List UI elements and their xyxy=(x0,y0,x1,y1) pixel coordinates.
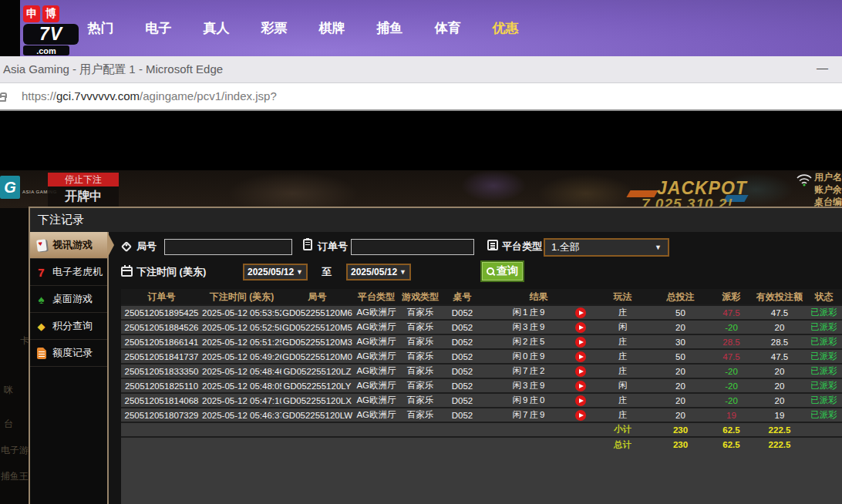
query-button[interactable]: 查询 xyxy=(480,260,524,282)
cell-platform: AG欧洲厅 xyxy=(353,334,399,349)
platform-type-select[interactable]: 1.全部 ▼ xyxy=(544,238,669,257)
sidebar-item-credit-records[interactable]: 额度记录 xyxy=(30,340,107,367)
play-icon[interactable] xyxy=(575,366,586,377)
nav-item-live[interactable]: 真人 xyxy=(187,0,245,56)
cell-order: 250512051814068 xyxy=(121,393,202,408)
sidebar-item-slot-machines[interactable]: 7 电子老虎机 xyxy=(30,259,107,286)
table-row: 250512051833350 2025-05-12 05:48:46 GD05… xyxy=(121,364,842,378)
cell-status: 已派彩 xyxy=(806,364,842,378)
cell-bet: 20 xyxy=(652,408,709,422)
header-time: 下注时间 (美东) xyxy=(202,289,281,305)
sidebar-item-label: 桌面游戏 xyxy=(52,292,93,306)
cell-payout: -20 xyxy=(709,320,753,334)
header-bet: 总投注 xyxy=(652,289,709,305)
subtotal-bet: 230 xyxy=(652,422,709,437)
cell-status: 已派彩 xyxy=(806,334,842,349)
cell-status: 已派彩 xyxy=(806,393,842,408)
screen: 申 博 7V .com 热门 电子 真人 彩票 棋牌 捕鱼 体育 优惠 Asia… xyxy=(0,0,842,504)
panel-title: 下注记录 xyxy=(30,208,842,232)
cell-platform: AG欧洲厅 xyxy=(353,305,399,320)
round-number-input[interactable] xyxy=(164,239,292,255)
table-row: 250512051884526 2025-05-12 05:52:58 GD05… xyxy=(121,320,842,334)
table-header-row: 订单号 下注时间 (美东) 局号 平台类型 游戏类型 桌号 结果 玩法 总投注 … xyxy=(121,289,842,305)
date-to-select[interactable]: 2025/05/12 ▼ xyxy=(346,264,411,281)
order-number-input[interactable] xyxy=(351,239,474,255)
to-label: 至 xyxy=(322,264,332,281)
logo-suffix: .com xyxy=(23,45,69,55)
play-icon[interactable] xyxy=(575,381,586,391)
cell-game: 百家乐 xyxy=(399,334,441,349)
cell-play: 庄 xyxy=(594,393,652,408)
address-bar[interactable]: https://gci.7vvvvvv.com/agingame/pcv1/in… xyxy=(0,83,842,111)
cell-valid: 47.5 xyxy=(753,305,806,320)
date-from-select[interactable]: 2025/05/12 ▼ xyxy=(243,264,308,281)
window-title: Asia Gaming - 用户配置 1 - Microsoft Edge xyxy=(3,56,223,82)
cell-result: 闲2庄5 xyxy=(483,334,594,349)
user-info-labels: 用户名称 账户余额 桌台编号 xyxy=(814,171,842,208)
cell-status: 已派彩 xyxy=(806,305,842,320)
nav-item-hot[interactable]: 热门 xyxy=(72,0,130,56)
nav-item-cards[interactable]: 棋牌 xyxy=(303,0,361,56)
logo-main: 7V xyxy=(23,24,79,45)
header-order: 订单号 xyxy=(121,289,202,305)
cell-game: 百家乐 xyxy=(399,305,441,320)
nav-item-lottery[interactable]: 彩票 xyxy=(245,0,303,56)
cell-time: 2025-05-12 05:46:37 xyxy=(202,408,281,422)
header-round: 局号 xyxy=(281,289,353,305)
minimize-button[interactable]: — xyxy=(817,56,828,79)
cell-time: 2025-05-12 05:53:52 xyxy=(202,305,281,320)
nav-item-promos[interactable]: 优惠 xyxy=(477,0,534,56)
cell-result: 闲3庄9 xyxy=(483,378,594,393)
sidebar-item-label: 视讯游戏 xyxy=(52,238,93,252)
site-nav: 申 博 7V .com 热门 电子 真人 彩票 棋牌 捕鱼 体育 优惠 xyxy=(0,0,842,56)
cell-payout: 47.5 xyxy=(709,305,753,320)
cell-time: 2025-05-12 05:51:25 xyxy=(202,334,281,349)
header-result: 结果 xyxy=(483,289,594,305)
table-area: 订单号 下注时间 (美东) 局号 平台类型 游戏类型 桌号 结果 玩法 总投注 … xyxy=(121,289,842,504)
cell-time: 2025-05-12 05:48:05 xyxy=(202,378,281,393)
cell-play: 庄 xyxy=(594,305,652,320)
cell-bet: 20 xyxy=(652,364,709,378)
cell-time: 2025-05-12 05:48:46 xyxy=(202,364,281,378)
total-row: 总计 230 62.5 222.5 xyxy=(121,437,842,452)
total-label: 总计 xyxy=(594,437,652,452)
nav-item-sports[interactable]: 体育 xyxy=(419,0,477,56)
play-icon[interactable] xyxy=(575,337,586,348)
panel-sidebar: ♥ 视讯游戏 7 电子老虎机 ♠ 桌面游戏 ◆ 积分查询 额度记录 xyxy=(30,232,109,504)
platform-type-label: 平台类型 xyxy=(502,238,542,255)
sidebar-item-video-games[interactable]: ♥ 视讯游戏 xyxy=(30,232,107,259)
play-icon[interactable] xyxy=(575,322,586,333)
nav-item-fishing[interactable]: 捕鱼 xyxy=(361,0,419,56)
play-icon[interactable] xyxy=(575,395,586,406)
logo-badge-shen: 申 xyxy=(23,5,40,22)
cell-valid: 20 xyxy=(753,378,806,393)
header-play: 玩法 xyxy=(594,289,652,305)
cell-bet: 30 xyxy=(652,334,709,349)
cell-table: D052 xyxy=(441,305,483,320)
diamond-icon: ◆ xyxy=(35,320,48,333)
sidebar-item-points-query[interactable]: ◆ 积分查询 xyxy=(30,313,107,340)
document-icon xyxy=(35,347,48,360)
black-gap xyxy=(0,111,842,170)
cell-platform: AG欧洲厅 xyxy=(353,349,399,364)
sidebar-item-table-games[interactable]: ♠ 桌面游戏 xyxy=(30,286,107,313)
cell-result: 闲3庄9 xyxy=(483,320,594,334)
table-row: 250512051814068 2025-05-12 05:47:10 GD05… xyxy=(121,393,842,408)
total-bet: 230 xyxy=(652,437,709,452)
url-text: https://gci.7vvvvvv.com/agingame/pcv1/in… xyxy=(22,83,277,109)
bg-dim-text: 捕鱼王 xyxy=(1,470,29,483)
cell-payout: 28.5 xyxy=(709,334,753,349)
table-row: 250512051866141 2025-05-12 05:51:25 GD05… xyxy=(121,334,842,349)
play-icon[interactable] xyxy=(575,307,586,318)
ag-logo-letter: G xyxy=(0,176,20,199)
table-row: 250512051807329 2025-05-12 05:46:37 GD05… xyxy=(121,408,842,422)
date-from-value: 2025/05/12 xyxy=(248,267,294,277)
play-icon[interactable] xyxy=(575,351,586,362)
cell-status: 已派彩 xyxy=(806,349,842,364)
cell-play: 闲 xyxy=(594,378,652,393)
cell-play: 庄 xyxy=(594,364,652,378)
play-icon[interactable] xyxy=(575,410,586,421)
cell-bet: 20 xyxy=(652,320,709,334)
nav-item-slots[interactable]: 电子 xyxy=(130,0,187,56)
dealing-status: 开牌中 xyxy=(48,186,119,207)
